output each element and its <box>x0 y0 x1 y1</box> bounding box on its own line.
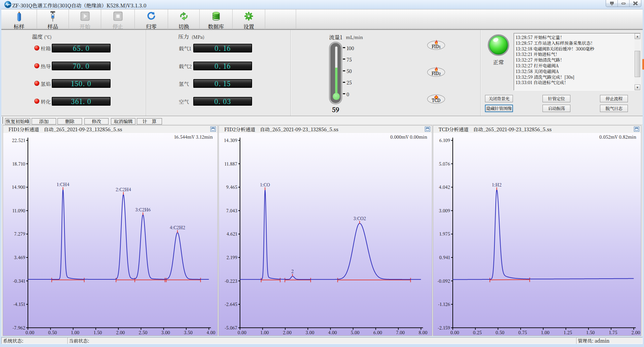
window-title: ZF-301Q色谱工作站(301Q自动（绝缘油）K528.M)V3.1.3.0 <box>12 2 146 9</box>
param-label: 氢气 <box>179 80 189 87</box>
edit-button-3[interactable]: 删除 <box>57 118 82 125</box>
toolbar-button-switch[interactable]: 切换 <box>168 9 200 29</box>
gauge-tick <box>343 59 345 60</box>
svg-text:11.090: 11.090 <box>12 207 25 214</box>
scroll-thumb[interactable] <box>635 51 640 77</box>
svg-text:6.00: 6.00 <box>373 329 382 336</box>
flow-title: 流量1 <box>329 33 343 41</box>
detector-fid2[interactable]: FID2 <box>427 68 445 77</box>
peak-label: 1:H2 <box>492 181 501 188</box>
lcd-display: 0. 16 <box>193 44 252 53</box>
gauge-tick-label: 0 <box>347 91 349 98</box>
svg-text:14.309: 14.309 <box>224 137 237 143</box>
svg-text:0.00: 0.00 <box>238 329 246 336</box>
toolbar-button-cylinder[interactable]: 标样 <box>1 9 37 29</box>
title-bar: ZF-301Q色谱工作站(301Q自动（绝缘油）K528.M)V3.1.3.0 <box>0 0 644 9</box>
pressure-title: 压力 <box>178 33 189 40</box>
svg-text:2.00: 2.00 <box>283 329 292 336</box>
panel-button-6[interactable]: 脱气日志 <box>600 105 628 112</box>
status-bar: 系统状态: 当前状态: 管理员: admin <box>1 337 643 344</box>
toolbar-button-stop[interactable]: 停止 <box>101 9 135 29</box>
svg-text:22.521: 22.521 <box>12 137 25 143</box>
gauge-tick <box>343 47 345 48</box>
svg-text:4.00: 4.00 <box>328 329 337 336</box>
edit-button-1[interactable]: 恢复初始峰 <box>5 118 30 125</box>
toolbar-button-settings[interactable]: 设置 <box>233 9 265 29</box>
svg-text:-2.645: -2.645 <box>225 301 237 307</box>
svg-text:1.50: 1.50 <box>93 329 102 336</box>
edit-button-4[interactable]: 修改 <box>84 118 109 125</box>
svg-text:0.25: 0.25 <box>473 329 482 336</box>
status-section: 正常 13:28:57 开始标气定量！ 13:28:57 工作站进入标样预备采集… <box>481 30 643 116</box>
svg-text:14.900: 14.900 <box>12 184 25 190</box>
switch-icon <box>168 11 199 22</box>
lcd-display: 65. 0 <box>52 44 111 53</box>
peak-label: 2 <box>291 268 294 274</box>
chart-plot[interactable]: 16.544mV 3.12min22.52118.71014.90011.090… <box>3 133 217 336</box>
panel-button-5[interactable]: 启动振荡 <box>542 105 570 112</box>
log-scrollbar[interactable]: ▲ ▼ <box>635 33 640 90</box>
svg-text:3.00: 3.00 <box>161 329 170 336</box>
detector-fid1[interactable]: FID1 <box>427 41 445 50</box>
svg-text:7.043: 7.043 <box>226 207 237 214</box>
log-lines[interactable]: 13:28:57 开始标气定量！ 13:28:57 工作站进入标样预备采集状态！… <box>516 35 634 90</box>
peak-label: 3:C2H6 <box>135 206 151 213</box>
svg-text:-0.341: -0.341 <box>13 278 25 284</box>
panel-button-1[interactable]: 关闭背景光 <box>485 95 513 102</box>
rollup-button[interactable] <box>606 0 618 7</box>
red-led <box>34 81 39 86</box>
minimize-button[interactable] <box>618 0 630 7</box>
gauge-tick-label: 50 <box>347 68 352 74</box>
detector-label: TCD <box>428 97 445 103</box>
svg-text:0.052mV 0.82min: 0.052mV 0.82min <box>599 134 636 140</box>
status-light <box>488 34 509 56</box>
chart-plot[interactable]: 0.000mV 0.00min14.30911.8879.4657.0434.6… <box>219 133 432 336</box>
toolbar-button-syringe[interactable]: 样品 <box>37 9 69 29</box>
edit-button-6[interactable]: 计 算 <box>137 118 162 125</box>
toolbar-grip[interactable] <box>2 117 3 124</box>
pressure-section: 压力 (MPa) 载气10. 16载气20. 16氢气0. 15空气0. 03 <box>146 30 291 116</box>
chart-maximize-icon[interactable] <box>425 127 430 132</box>
chart-title: FID1分析通道 <box>8 126 39 133</box>
scroll-down-button[interactable]: ▼ <box>635 84 640 90</box>
svg-text:3.009: 3.009 <box>439 207 450 214</box>
svg-text:-0.223: -0.223 <box>225 278 237 284</box>
zero-icon <box>135 11 168 22</box>
window-controls <box>606 0 641 7</box>
toolbar-button-start[interactable]: 开始 <box>69 9 101 29</box>
stop-icon <box>101 11 134 22</box>
panel-button-4[interactable]: 隐藏针管图像 <box>485 105 513 112</box>
scroll-up-button[interactable]: ▲ <box>635 33 640 39</box>
param-label: 热导 <box>41 63 51 70</box>
chart-plot[interactable]: 0.052mV 0.82min6.1095.0764.0423.0091.975… <box>433 133 641 336</box>
flow-unit: mL/min <box>346 34 363 40</box>
close-button[interactable] <box>630 0 641 7</box>
svg-text:16.544mV 3.12min: 16.544mV 3.12min <box>174 134 213 140</box>
panel-button-2[interactable]: 针管定位 <box>542 95 570 102</box>
gauge-tick-label: 100 <box>347 45 354 51</box>
gauge-bulb <box>333 93 340 100</box>
lcd-display: 150. 0 <box>52 79 111 88</box>
detector-tcd[interactable]: TCD <box>427 95 445 104</box>
edit-button-2[interactable]: 添加 <box>32 118 56 125</box>
flow-value: 59 <box>325 105 347 114</box>
gauge-tick <box>343 82 345 83</box>
light-highlight <box>493 37 499 43</box>
database-icon <box>200 11 232 22</box>
chart-maximize-icon[interactable] <box>634 127 639 132</box>
svg-text:1.00: 1.00 <box>541 329 550 336</box>
toolbar-button-database[interactable]: 数据库 <box>200 9 233 29</box>
peak-label: 4:C2H2 <box>170 224 185 231</box>
panel-button-3[interactable]: 停止流程 <box>600 95 628 102</box>
edit-button-5[interactable]: 取消编辑 <box>111 118 135 125</box>
svg-text:18.710: 18.710 <box>12 161 25 167</box>
svg-text:0.00: 0.00 <box>450 329 459 336</box>
svg-text:4.00: 4.00 <box>206 329 215 336</box>
gauge-tube <box>335 46 337 96</box>
chart-maximize-icon[interactable] <box>210 127 216 132</box>
chart-header: FID1分析通道自动_265_2021-09-23_132856_5.ss <box>3 126 217 133</box>
side-panel-handle[interactable] <box>642 59 644 70</box>
flow-section: 流量1 mL/min 1007550250 59 FID1FID2TCD <box>291 30 481 116</box>
toolbar-button-zero[interactable]: 归零 <box>135 9 168 29</box>
chart-panel-2: FID2分析通道自动_265_2021-09-23_132856_5.ss0.0… <box>218 125 432 336</box>
